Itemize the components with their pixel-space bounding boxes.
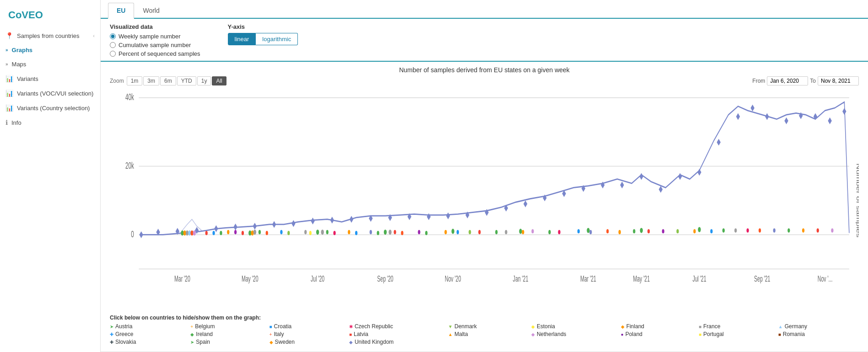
sidebar-item-variants-country[interactable]: 📊 Variants (Country selection) bbox=[0, 101, 100, 115]
zoom-3m[interactable]: 3m bbox=[143, 76, 159, 85]
legend-marker-spain: ➤ bbox=[190, 340, 194, 345]
svg-point-65 bbox=[640, 228, 643, 233]
legend-item-germany[interactable]: ▲Germany bbox=[778, 323, 859, 330]
svg-text:Sep '21: Sep '21 bbox=[754, 274, 770, 283]
sidebar-item-maps[interactable]: » Maps bbox=[0, 57, 100, 71]
yaxis-group: Y-axis linear logarithmic bbox=[228, 23, 298, 45]
legend-item-croatia[interactable]: ■Croatia bbox=[270, 323, 346, 330]
legend-item-denmark[interactable]: ▼Denmark bbox=[448, 323, 528, 330]
legend-item-spain[interactable]: ➤Spain bbox=[190, 339, 266, 345]
svg-point-126 bbox=[831, 228, 833, 232]
radio-cumulative[interactable]: Cumulative sample number bbox=[110, 42, 200, 48]
sidebar-item-graphs-label: Graphs bbox=[12, 47, 33, 53]
legend-item-czech[interactable]: ✱Czech Republic bbox=[349, 323, 445, 330]
zoom-1m[interactable]: 1m bbox=[127, 76, 143, 85]
legend-label-portugal: Portugal bbox=[703, 331, 724, 337]
svg-point-68 bbox=[251, 230, 253, 235]
svg-marker-52 bbox=[765, 113, 769, 120]
legend-item-latvia[interactable]: ■Latvia bbox=[349, 331, 445, 337]
svg-point-85 bbox=[287, 231, 290, 235]
svg-point-84 bbox=[280, 230, 282, 234]
sidebar-item-graphs[interactable]: » Graphs bbox=[0, 43, 100, 57]
legend-marker-ireland: ◆ bbox=[190, 332, 194, 337]
svg-text:Nov '20: Nov '20 bbox=[445, 274, 461, 283]
svg-text:Mar '20: Mar '20 bbox=[174, 274, 190, 283]
legend-item-ireland[interactable]: ◆Ireland bbox=[190, 331, 266, 337]
sidebar-item-variants-voc[interactable]: 📊 Variants (VOC/VUI selection) bbox=[0, 86, 100, 101]
svg-text:Sep '20: Sep '20 bbox=[377, 274, 393, 283]
legend-item-austria[interactable]: ➤Austria bbox=[110, 323, 188, 330]
legend-marker-slovakia: ✚ bbox=[110, 340, 113, 345]
date-range: From To bbox=[752, 76, 859, 85]
svg-point-125 bbox=[817, 228, 819, 232]
svg-point-60 bbox=[316, 229, 319, 235]
svg-marker-25 bbox=[253, 223, 257, 229]
sidebar-item-variants-country-label: Variants (Country selection) bbox=[17, 105, 90, 112]
legend-item-estonia[interactable]: ◆Estonia bbox=[531, 323, 618, 330]
svg-point-75 bbox=[193, 230, 196, 235]
svg-marker-26 bbox=[272, 221, 276, 228]
svg-point-80 bbox=[234, 230, 237, 234]
legend-item-poland[interactable]: ●Poland bbox=[621, 331, 696, 337]
to-label: To bbox=[810, 78, 816, 84]
legend-item-belgium[interactable]: +Belgium bbox=[190, 323, 266, 330]
radio-cumulative-input[interactable] bbox=[110, 42, 116, 48]
legend-marker-estonia: ◆ bbox=[531, 324, 535, 329]
legend-item-sweden[interactable]: ◆Sweden bbox=[270, 339, 346, 345]
legend-marker-finland: ◆ bbox=[621, 324, 625, 329]
legend-item-romania[interactable]: ■Romania bbox=[778, 331, 859, 337]
yaxis-logarithmic-button[interactable]: logarithmic bbox=[256, 33, 298, 45]
legend-label-france: France bbox=[703, 323, 720, 330]
legend-marker-belgium: + bbox=[190, 324, 193, 329]
zoom-1y[interactable]: 1y bbox=[197, 76, 211, 85]
radio-weekly[interactable]: Weekly sample number bbox=[110, 33, 200, 40]
sidebar-item-maps-label: Maps bbox=[12, 61, 27, 68]
graphs-icon: » bbox=[5, 48, 8, 53]
chart-title: Number of samples derived from EU states… bbox=[110, 66, 859, 74]
sidebar-item-variants[interactable]: 📊 Variants bbox=[0, 71, 100, 86]
svg-point-120 bbox=[746, 228, 749, 232]
svg-text:Jul '21: Jul '21 bbox=[692, 274, 706, 283]
yaxis-linear-button[interactable]: linear bbox=[228, 33, 256, 45]
sidebar-item-samples[interactable]: 📍 Samples from countries ‹ bbox=[0, 28, 100, 43]
svg-point-116 bbox=[693, 229, 695, 233]
legend-item-italy[interactable]: +Italy bbox=[270, 331, 346, 337]
svg-point-106 bbox=[548, 230, 550, 234]
tab-world[interactable]: World bbox=[134, 3, 168, 18]
legend-marker-denmark: ▼ bbox=[448, 324, 453, 329]
svg-point-92 bbox=[370, 230, 372, 234]
legend-item-slovakia[interactable]: ✚Slovakia bbox=[110, 339, 188, 345]
tab-eu[interactable]: EU bbox=[108, 3, 134, 19]
svg-text:20k: 20k bbox=[125, 160, 134, 171]
zoom-6m[interactable]: 6m bbox=[160, 76, 176, 85]
legend-item-malta[interactable]: ▲Malta bbox=[448, 331, 528, 337]
svg-point-117 bbox=[710, 229, 712, 233]
svg-marker-29 bbox=[330, 217, 334, 224]
svg-point-121 bbox=[759, 228, 761, 232]
svg-text:Jul '20: Jul '20 bbox=[311, 274, 324, 283]
legend-item-france[interactable]: ■France bbox=[699, 323, 776, 330]
radio-weekly-input[interactable] bbox=[110, 33, 116, 39]
to-date-input[interactable] bbox=[818, 76, 859, 85]
from-date-input[interactable] bbox=[767, 76, 808, 85]
svg-text:Jan '21: Jan '21 bbox=[513, 274, 528, 283]
legend-item-netherlands[interactable]: ◆Netherlands bbox=[531, 331, 618, 337]
svg-text:0: 0 bbox=[131, 229, 134, 240]
app-logo: CoVEO bbox=[0, 5, 100, 28]
svg-point-91 bbox=[355, 231, 357, 235]
legend-item-finland[interactable]: ◆Finland bbox=[621, 323, 696, 330]
legend-item-portugal[interactable]: ■Portugal bbox=[699, 331, 776, 337]
radio-percent-input[interactable] bbox=[110, 51, 116, 57]
svg-text:Nov '...: Nov '... bbox=[818, 274, 833, 283]
svg-point-93 bbox=[377, 231, 379, 235]
legend-item-uk[interactable]: ◆United Kingdom bbox=[349, 339, 445, 345]
svg-text:May '21: May '21 bbox=[633, 274, 650, 283]
sidebar-item-info[interactable]: ℹ Info bbox=[0, 115, 100, 130]
legend-marker-latvia: ■ bbox=[349, 332, 352, 337]
legend-item-greece[interactable]: ✚Greece bbox=[110, 331, 188, 337]
sidebar-item-variants-voc-label: Variants (VOC/VUI selection) bbox=[17, 90, 93, 97]
svg-point-81 bbox=[242, 231, 244, 235]
radio-percent[interactable]: Percent of sequenced samples bbox=[110, 50, 200, 57]
zoom-ytd[interactable]: YTD bbox=[177, 76, 196, 85]
zoom-all[interactable]: All bbox=[212, 76, 226, 85]
